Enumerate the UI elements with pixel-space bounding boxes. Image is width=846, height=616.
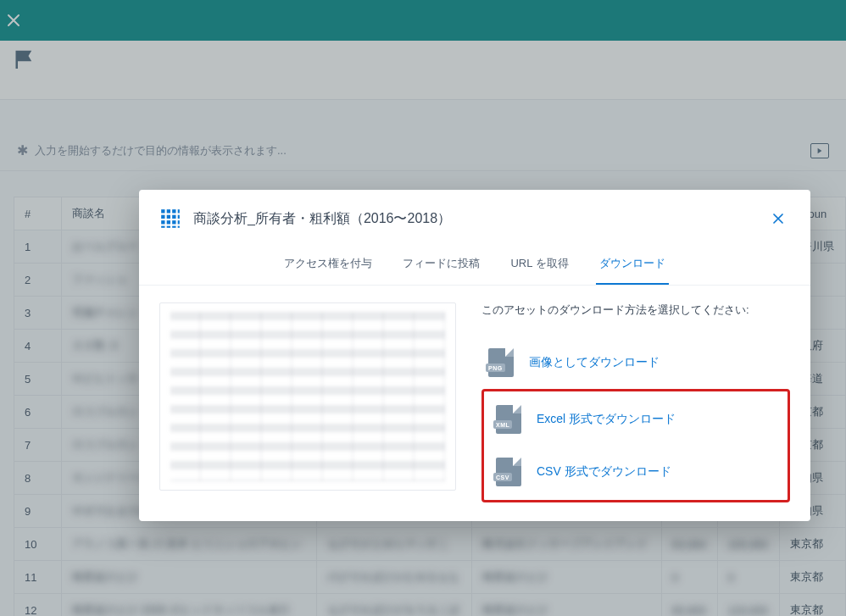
svg-rect-0	[161, 209, 164, 213]
modal-title: 商談分析_所有者・粗利額（2016〜2018）	[193, 210, 451, 228]
asset-preview	[159, 302, 456, 491]
preview-thumbnail	[170, 312, 445, 481]
svg-rect-7	[178, 215, 180, 219]
svg-rect-6	[172, 215, 175, 219]
download-as-image[interactable]: PNG 画像としてダウンロード	[481, 336, 790, 389]
data-table-icon	[159, 208, 181, 230]
tab-download[interactable]: ダウンロード	[596, 249, 669, 285]
modal-close-button[interactable]	[766, 207, 790, 230]
svg-rect-14	[172, 226, 175, 228]
svg-rect-1	[167, 209, 170, 213]
highlight-annotation: XML Excel 形式でダウンロード CSV CSV 形式でダウンロード	[481, 389, 790, 502]
modal-body: このアセットのダウンロード方法を選択してください: PNG 画像としてダウンロー…	[139, 286, 810, 514]
svg-rect-10	[172, 220, 175, 224]
download-instruction: このアセットのダウンロード方法を選択してください:	[481, 302, 790, 318]
svg-rect-13	[167, 226, 170, 228]
svg-rect-11	[178, 220, 180, 224]
svg-rect-2	[172, 209, 175, 213]
modal-header: 商談分析_所有者・粗利額（2016〜2018）	[139, 190, 810, 239]
download-as-csv-label: CSV 形式でダウンロード	[537, 464, 671, 480]
svg-rect-12	[161, 226, 164, 228]
download-as-excel-label: Excel 形式でダウンロード	[537, 412, 676, 427]
tab-post-to-feed[interactable]: フィードに投稿	[399, 249, 483, 285]
download-as-csv[interactable]: CSV CSV 形式でダウンロード	[489, 446, 782, 498]
tab-get-url[interactable]: URL を取得	[507, 249, 571, 285]
svg-rect-9	[167, 220, 170, 224]
download-as-excel[interactable]: XML Excel 形式でダウンロード	[489, 393, 782, 446]
csv-file-icon: CSV	[496, 458, 521, 486]
tab-grant-access[interactable]: アクセス権を付与	[281, 249, 376, 285]
svg-rect-4	[161, 215, 164, 219]
svg-rect-8	[161, 220, 164, 224]
modal-tabs: アクセス権を付与 フィードに投稿 URL を取得 ダウンロード	[139, 239, 810, 286]
download-modal: 商談分析_所有者・粗利額（2016〜2018） アクセス権を付与 フィードに投稿…	[139, 190, 810, 521]
excel-file-icon: XML	[496, 405, 521, 434]
svg-rect-5	[167, 215, 170, 219]
svg-rect-3	[178, 209, 180, 213]
download-options-panel: このアセットのダウンロード方法を選択してください: PNG 画像としてダウンロー…	[481, 302, 790, 502]
download-as-image-label: 画像としてダウンロード	[529, 355, 660, 370]
png-file-icon: PNG	[488, 348, 514, 377]
svg-rect-15	[178, 226, 180, 228]
